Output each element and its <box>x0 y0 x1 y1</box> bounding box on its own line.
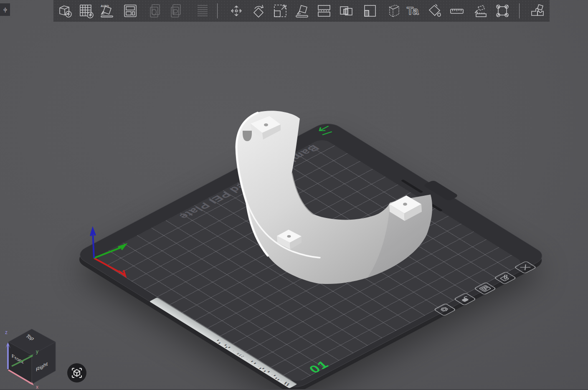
nav-y-axis-label: y <box>36 349 38 355</box>
add-model-icon[interactable] <box>57 3 73 19</box>
color-paint-icon[interactable] <box>427 3 443 19</box>
split-to-objects-icon[interactable] <box>338 3 354 19</box>
collapse-sidebar-toggle[interactable]: ‹|› <box>0 3 10 16</box>
nav-z-axis-label: z <box>5 329 8 335</box>
paste-icon[interactable] <box>168 3 184 19</box>
plugin-puzzle-icon[interactable] <box>530 3 545 19</box>
nav-x-axis-label: x <box>36 384 38 389</box>
scale-icon[interactable] <box>272 3 288 19</box>
move-icon[interactable] <box>228 3 244 19</box>
add-plate-icon[interactable] <box>78 3 94 19</box>
copy-icon[interactable] <box>147 3 163 19</box>
support-paint-icon[interactable] <box>473 3 489 19</box>
z-axis-arrow <box>91 229 95 236</box>
toolbar-separator <box>217 3 218 18</box>
svg-text:Ta: Ta <box>407 5 419 17</box>
fit-view-button[interactable] <box>67 363 87 383</box>
toolbar-separator <box>519 3 520 18</box>
instances-icon[interactable] <box>194 3 210 19</box>
navigation-cube: Top Front Right z y x <box>1 326 63 389</box>
lay-on-face-icon[interactable] <box>294 3 310 19</box>
text-tool-icon[interactable]: Ta <box>405 3 421 19</box>
seam-paint-icon[interactable] <box>494 3 510 19</box>
main-toolbar: AUTO Ta <box>53 0 550 22</box>
measure-icon[interactable] <box>449 3 465 19</box>
variable-layer-height-icon[interactable] <box>386 3 402 19</box>
cut-icon[interactable] <box>316 3 332 19</box>
arrange-icon[interactable] <box>122 3 138 19</box>
split-to-parts-icon[interactable] <box>361 3 377 19</box>
rotate-icon[interactable] <box>251 3 266 19</box>
auto-orient-icon[interactable]: AUTO <box>99 3 115 19</box>
